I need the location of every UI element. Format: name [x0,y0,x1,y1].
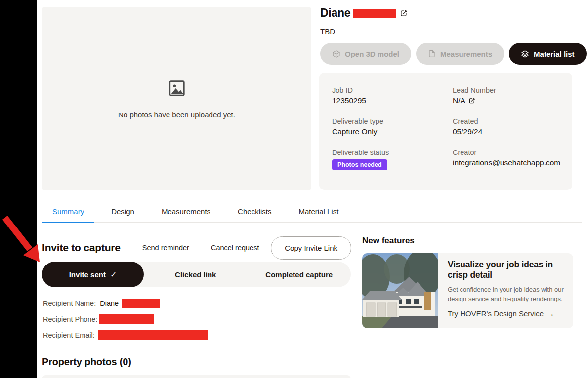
empty-photos-message: No photos have been uploaded yet. [118,111,235,119]
progress-step-invite-sent: Invite sent ✓ [42,262,144,287]
recipient-phone-row: Recipient Phone: [43,314,208,324]
left-sidebar [0,0,37,378]
arrow-right-icon: → [547,309,554,318]
layers-icon [521,50,529,58]
feature-headline: Visualize your job ideas in crisp detail [448,260,569,281]
recipient-name-row: Recipient Name: Diane [43,299,208,308]
field-deliverable-status: Deliverable status Photos needed [332,149,453,170]
redaction-recipient-phone [99,314,154,324]
property-photos-panel [42,375,351,378]
invite-to-capture-header: Invite to capture Send reminder Cancel r… [42,235,351,260]
new-feature-text: Visualize your job ideas in crisp detail… [438,253,573,328]
cancel-request-link[interactable]: Cancel request [211,244,259,252]
material-list-button[interactable]: Material list [509,43,587,65]
field-deliverable-type: Deliverable type Capture Only [332,117,453,136]
redaction-recipient-name [122,299,160,308]
photo-placeholder-panel: No photos have been uploaded yet. [42,7,311,190]
document-icon [428,50,436,58]
capture-progress-bar: Invite sent ✓ Clicked link Completed cap… [42,262,351,287]
measurements-button[interactable]: Measurements [416,43,504,65]
feature-description: Get confidence in your job ideas with ou… [448,285,569,304]
redaction-recipient-email [98,330,208,340]
tab-checklists[interactable]: Checklists [227,200,282,222]
property-photos-title: Property photos (0) [42,356,131,368]
tab-bar: Summary Design Measurements Checklists M… [42,200,582,223]
new-features-title: New features [362,236,415,246]
open-3d-model-label: Open 3D model [345,50,399,58]
image-mountain-icon [168,79,186,98]
tab-material-list[interactable]: Material List [288,200,349,222]
tab-summary[interactable]: Summary [42,200,94,222]
job-header: Diane TBD [320,6,408,36]
open-3d-model-button[interactable]: Open 3D model [320,43,411,65]
progress-step-clicked-link: Clicked link [144,270,248,279]
cube-3d-icon [332,50,340,58]
action-buttons: Open 3D model Measurements Material list [320,43,587,65]
job-title: Diane [320,6,350,20]
field-lead-number: Lead Number N/A [453,86,560,105]
recipient-details: Recipient Name: Diane Recipient Phone: R… [43,299,208,346]
status-badge: Photos needed [332,159,387,170]
edit-icon[interactable] [400,9,408,17]
field-created: Created 05/29/24 [453,117,560,136]
measurements-label: Measurements [440,50,492,58]
material-list-label: Material list [534,50,575,58]
field-job-id: Job ID 12350295 [332,86,453,105]
progress-step-completed-capture: Completed capture [248,270,351,279]
copy-invite-link-button[interactable]: Copy Invite Link [271,236,351,260]
new-feature-card[interactable]: Visualize your job ideas in crisp detail… [362,253,573,328]
tab-design[interactable]: Design [101,200,145,222]
tab-measurements[interactable]: Measurements [151,200,221,222]
design-service-link[interactable]: Try HOVER's Design Service → [448,309,554,318]
recipient-email-row: Recipient Email: [43,330,208,340]
job-info-card: Job ID 12350295 Lead Number N/A Delivera… [319,73,572,190]
edit-icon[interactable] [468,97,475,104]
send-reminder-link[interactable]: Send reminder [142,244,189,252]
field-creator: Creator integrations@usehatchapp.com [453,149,560,170]
invite-to-capture-title: Invite to capture [42,242,121,254]
house-photo [362,253,438,328]
check-icon: ✓ [110,270,117,279]
redaction-name [353,9,396,18]
job-subtitle: TBD [320,27,408,36]
